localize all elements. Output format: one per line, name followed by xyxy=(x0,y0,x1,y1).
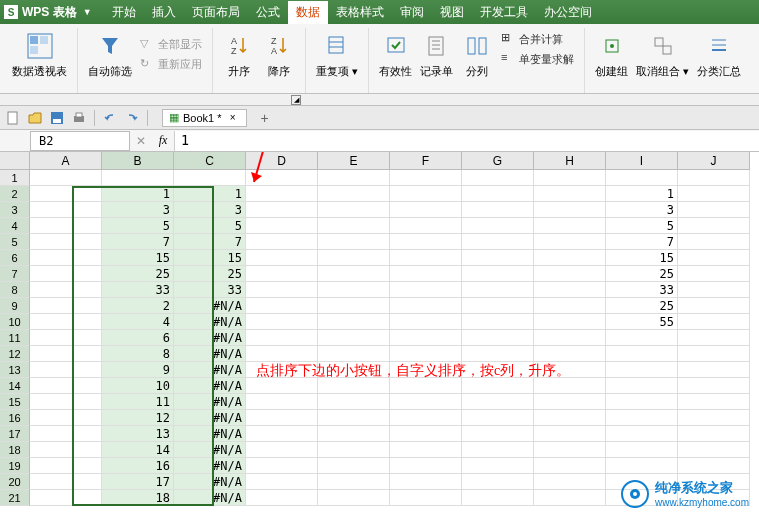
pivot-table-button[interactable]: 数据透视表 xyxy=(8,28,71,81)
spreadsheet-grid[interactable]: ABCDEFGHIJ 12345678910111213141516171819… xyxy=(0,152,759,516)
document-tab[interactable]: ▦ Book1 * × xyxy=(162,109,247,127)
cell[interactable] xyxy=(30,410,102,426)
validation-button[interactable]: 有效性 xyxy=(375,28,416,81)
row-header[interactable]: 15 xyxy=(0,394,30,410)
cell[interactable]: 15 xyxy=(174,250,246,266)
cell[interactable] xyxy=(462,346,534,362)
cell[interactable] xyxy=(318,474,390,490)
cell[interactable] xyxy=(30,474,102,490)
cell[interactable] xyxy=(390,378,462,394)
cell[interactable]: #N/A xyxy=(174,490,246,506)
cell[interactable] xyxy=(318,426,390,442)
cell[interactable] xyxy=(678,266,750,282)
cell[interactable] xyxy=(462,378,534,394)
cell[interactable] xyxy=(606,378,678,394)
cell[interactable] xyxy=(246,378,318,394)
cell[interactable] xyxy=(30,490,102,506)
cell[interactable] xyxy=(390,314,462,330)
col-header-I[interactable]: I xyxy=(606,152,678,170)
ungroup-button[interactable]: 取消组合 ▾ xyxy=(632,28,693,81)
cell[interactable]: 17 xyxy=(102,474,174,490)
cell[interactable] xyxy=(318,170,390,186)
cell[interactable] xyxy=(606,170,678,186)
cell[interactable] xyxy=(534,378,606,394)
cell[interactable] xyxy=(246,266,318,282)
cell[interactable] xyxy=(678,410,750,426)
undo-icon[interactable] xyxy=(101,109,119,127)
cell[interactable] xyxy=(678,202,750,218)
row-header[interactable]: 18 xyxy=(0,442,30,458)
cell[interactable] xyxy=(606,442,678,458)
cell[interactable] xyxy=(174,170,246,186)
cell[interactable] xyxy=(678,458,750,474)
cell[interactable] xyxy=(30,250,102,266)
cell[interactable] xyxy=(246,170,318,186)
cell[interactable]: 8 xyxy=(102,346,174,362)
cell[interactable] xyxy=(390,266,462,282)
cell[interactable]: #N/A xyxy=(174,330,246,346)
cell[interactable] xyxy=(678,426,750,442)
cell[interactable] xyxy=(30,458,102,474)
reapply-button[interactable]: ↻重新应用 xyxy=(136,56,206,74)
cell[interactable] xyxy=(390,346,462,362)
cell[interactable]: 9 xyxy=(102,362,174,378)
cell[interactable] xyxy=(318,330,390,346)
cell[interactable] xyxy=(246,202,318,218)
cell[interactable] xyxy=(246,298,318,314)
formula-input[interactable] xyxy=(174,131,759,151)
cell[interactable] xyxy=(30,314,102,330)
sort-desc-button[interactable]: ZA 降序 xyxy=(259,28,299,81)
cell[interactable] xyxy=(606,362,678,378)
cell[interactable] xyxy=(606,426,678,442)
row-header[interactable]: 8 xyxy=(0,282,30,298)
cell[interactable] xyxy=(462,442,534,458)
cell[interactable] xyxy=(606,458,678,474)
col-header-A[interactable]: A xyxy=(30,152,102,170)
cell[interactable] xyxy=(534,394,606,410)
cell[interactable]: 3 xyxy=(174,202,246,218)
cell[interactable]: 3 xyxy=(606,202,678,218)
row-header[interactable]: 12 xyxy=(0,346,30,362)
close-tab-icon[interactable]: × xyxy=(226,111,240,125)
cell[interactable] xyxy=(606,330,678,346)
row-header[interactable]: 21 xyxy=(0,490,30,506)
cell[interactable] xyxy=(534,202,606,218)
cell[interactable] xyxy=(30,202,102,218)
cell[interactable] xyxy=(30,282,102,298)
duplicates-button[interactable]: 重复项 ▾ xyxy=(312,28,362,81)
cell[interactable] xyxy=(462,410,534,426)
cell[interactable] xyxy=(30,170,102,186)
cell[interactable]: #N/A xyxy=(174,314,246,330)
cell[interactable]: #N/A xyxy=(174,298,246,314)
cell[interactable] xyxy=(246,218,318,234)
cell[interactable] xyxy=(390,330,462,346)
row-header[interactable]: 13 xyxy=(0,362,30,378)
cell[interactable] xyxy=(678,378,750,394)
cell[interactable] xyxy=(30,346,102,362)
tab-pagelayout[interactable]: 页面布局 xyxy=(184,1,248,24)
cell[interactable] xyxy=(30,266,102,282)
col-header-E[interactable]: E xyxy=(318,152,390,170)
cell[interactable] xyxy=(102,170,174,186)
cell[interactable] xyxy=(318,458,390,474)
cell[interactable] xyxy=(390,410,462,426)
cell[interactable] xyxy=(462,426,534,442)
cell[interactable] xyxy=(318,202,390,218)
cell[interactable] xyxy=(462,218,534,234)
col-header-G[interactable]: G xyxy=(462,152,534,170)
row-header[interactable]: 14 xyxy=(0,378,30,394)
cell[interactable] xyxy=(606,410,678,426)
row-header[interactable]: 19 xyxy=(0,458,30,474)
cell[interactable]: 7 xyxy=(102,234,174,250)
open-icon[interactable] xyxy=(26,109,44,127)
cell[interactable] xyxy=(318,282,390,298)
cell[interactable] xyxy=(30,378,102,394)
cell[interactable]: 33 xyxy=(606,282,678,298)
cell[interactable]: 4 xyxy=(102,314,174,330)
cell[interactable]: 16 xyxy=(102,458,174,474)
cell[interactable] xyxy=(390,186,462,202)
cell[interactable] xyxy=(462,394,534,410)
row-header[interactable]: 3 xyxy=(0,202,30,218)
row-header[interactable]: 17 xyxy=(0,426,30,442)
text-to-cols-button[interactable]: 分列 xyxy=(457,28,497,81)
